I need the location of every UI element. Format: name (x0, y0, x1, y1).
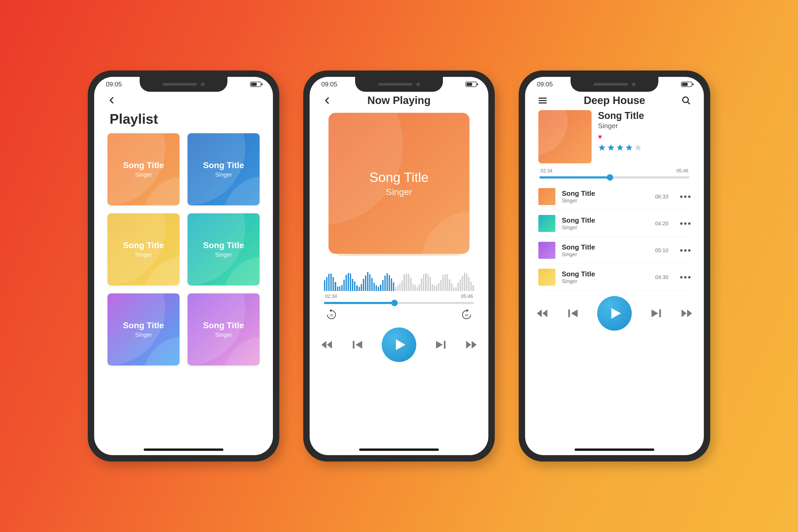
svg-text:30: 30 (330, 314, 333, 317)
track-title: Song Title (562, 189, 649, 198)
playlist-card[interactable]: Song Title Singer (188, 293, 260, 365)
playlist-card[interactable]: Song Title Singer (188, 213, 260, 285)
track-title: Song Title (562, 243, 649, 251)
player-controls (536, 296, 693, 331)
svg-marker-19 (608, 145, 614, 151)
svg-rect-10 (444, 341, 445, 348)
playlist-card[interactable]: Song Title Singer (108, 293, 179, 365)
next-button[interactable] (649, 307, 663, 320)
hamburger-icon (538, 96, 547, 105)
previous-button[interactable] (351, 338, 364, 352)
track-thumb (538, 242, 555, 259)
star-icon (634, 144, 642, 152)
featured-track[interactable]: Song Title Singer ♥ (525, 108, 704, 168)
home-indicator[interactable] (574, 449, 654, 451)
track-row[interactable]: Song Title Singer 06:33 (538, 183, 690, 210)
track-more-button[interactable] (680, 222, 690, 225)
track-artist: Singer (562, 198, 649, 204)
progress-knob[interactable] (607, 174, 613, 180)
previous-button[interactable] (567, 307, 580, 320)
rewind-button[interactable] (320, 338, 334, 352)
notch (571, 77, 658, 92)
playlist-card[interactable]: Song Title Singer (108, 133, 179, 205)
play-button[interactable] (597, 296, 632, 331)
svg-marker-22 (635, 145, 642, 151)
fast-forward-button[interactable] (680, 307, 693, 320)
svg-marker-20 (617, 145, 624, 151)
featured-title: Song Title (598, 110, 644, 121)
replay-30-icon: 30 (326, 309, 337, 321)
track-more-button[interactable] (680, 276, 690, 279)
card-title: Song Title (123, 241, 164, 250)
svg-rect-29 (659, 309, 661, 317)
track-duration: 05:10 (655, 247, 668, 253)
card-title: Song Title (123, 160, 164, 170)
notch (355, 77, 443, 92)
card-title: Song Title (203, 160, 244, 170)
playlist-card[interactable]: Song Title Singer (188, 133, 260, 205)
home-indicator[interactable] (144, 449, 224, 451)
card-title: Song Title (123, 321, 164, 330)
track-artist: Singer (562, 251, 649, 258)
svg-marker-18 (599, 145, 605, 151)
card-artist: Singer (135, 251, 152, 258)
svg-marker-8 (396, 339, 405, 350)
seek-fwd-30-button[interactable]: 30 (461, 309, 472, 321)
favorite-button[interactable]: ♥ (598, 133, 644, 141)
track-duration: 04:20 (655, 221, 668, 227)
svg-marker-9 (436, 341, 443, 348)
playlist-grid: Song Title Singer Song Title Singer Song… (94, 133, 273, 365)
track-more-button[interactable] (680, 249, 690, 252)
track-row[interactable]: Song Title Singer 04:20 (538, 210, 690, 237)
battery-icon (466, 82, 477, 87)
svg-marker-5 (327, 341, 332, 348)
star-icon (625, 144, 633, 152)
progress-bar[interactable] (324, 302, 474, 304)
seek-back-30-button[interactable]: 30 (326, 309, 337, 321)
svg-marker-2 (467, 309, 469, 312)
progress-knob[interactable] (391, 300, 398, 306)
home-indicator[interactable] (359, 449, 439, 451)
rating-stars[interactable] (598, 144, 644, 152)
waveform[interactable] (324, 272, 474, 291)
track-duration: 06:33 (655, 194, 668, 200)
play-icon (393, 338, 407, 352)
rewind-button[interactable] (536, 307, 549, 320)
album-art[interactable]: Song Title Singer (328, 113, 470, 262)
card-title: Song Title (203, 321, 244, 330)
track-more-button[interactable] (680, 195, 690, 198)
fast-forward-button[interactable] (464, 338, 478, 352)
chevron-left-icon (107, 96, 116, 105)
card-artist: Singer (215, 331, 232, 338)
album-title: Song Title (369, 170, 429, 185)
page-title: Now Playing (367, 94, 431, 107)
search-button[interactable] (680, 95, 692, 107)
svg-text:30: 30 (465, 314, 468, 317)
phone-tracklist: 09:05 Deep House Song Title Singer ♥ 02:… (519, 71, 710, 461)
playlist-card[interactable]: Song Title Singer (108, 213, 179, 285)
play-button[interactable] (382, 327, 416, 362)
menu-button[interactable] (537, 95, 549, 107)
battery-icon (681, 82, 692, 87)
back-button[interactable] (106, 94, 118, 106)
star-icon (616, 144, 624, 152)
star-icon (598, 144, 606, 152)
track-artist: Singer (562, 225, 649, 231)
track-row[interactable]: Song Title Singer 05:10 (538, 237, 690, 264)
svg-marker-27 (611, 308, 621, 319)
player-controls (320, 327, 478, 362)
album-artist: Singer (386, 187, 412, 197)
svg-marker-23 (537, 309, 542, 317)
svg-marker-30 (682, 309, 687, 317)
track-list: Song Title Singer 06:33 Song Title Singe… (525, 183, 704, 291)
phone-playlist: 09:05 Playlist Song Title Singer Song Ti… (88, 71, 279, 461)
svg-point-16 (683, 97, 688, 102)
svg-marker-24 (543, 309, 547, 317)
track-row[interactable]: Song Title Singer 04:30 (538, 264, 690, 291)
progress-bar[interactable] (539, 176, 689, 178)
card-artist: Singer (215, 171, 232, 178)
card-artist: Singer (135, 171, 152, 178)
notch (140, 77, 227, 92)
next-button[interactable] (434, 338, 447, 352)
back-button[interactable] (321, 95, 333, 107)
